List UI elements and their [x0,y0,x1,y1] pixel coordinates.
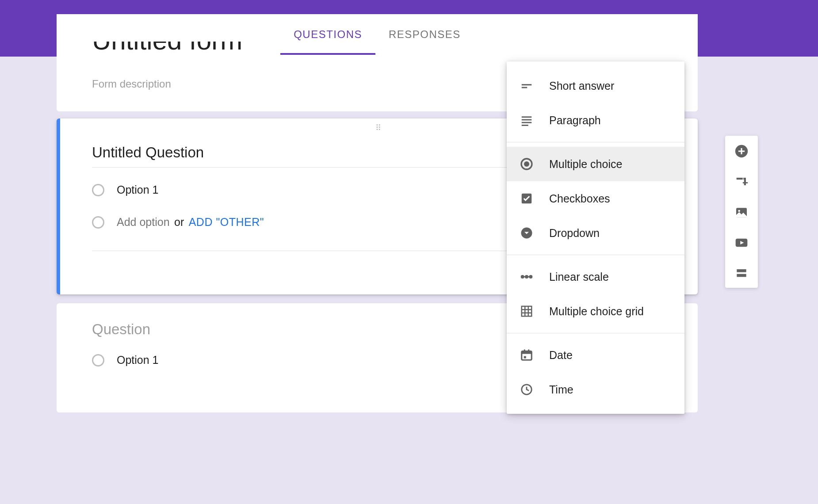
svg-point-28 [738,210,740,212]
add-question-button[interactable] [734,144,749,159]
menu-label: Short answer [549,80,614,92]
svg-rect-3 [522,116,532,118]
menu-label: Multiple choice grid [549,305,644,318]
add-other-link[interactable]: ADD "OTHER" [189,216,264,228]
option-label[interactable]: Option 1 [117,183,159,196]
side-toolbar [725,136,758,288]
drag-handle-icon[interactable]: ⠿ [375,123,383,133]
add-title-button[interactable] [734,175,749,190]
radio-icon [92,184,104,196]
menu-divider [507,142,684,142]
paragraph-icon [519,113,534,128]
menu-item-dropdown[interactable]: Dropdown [507,216,684,250]
svg-point-8 [524,161,529,167]
tab-questions[interactable]: QUESTIONS [280,14,375,55]
svg-rect-21 [522,351,532,354]
question-type-menu: Short answer Paragraph Multiple choice C… [507,61,684,414]
dropdown-icon [519,225,534,241]
tab-responses[interactable]: RESPONSES [375,14,474,55]
add-option-link[interactable]: Add option [117,216,170,228]
menu-item-multiple-choice-grid[interactable]: Multiple choice grid [507,294,684,328]
menu-item-time[interactable]: Time [507,372,684,407]
or-text: or [174,216,184,228]
add-section-button[interactable] [734,266,749,280]
menu-label: Time [549,383,573,396]
menu-item-short-answer[interactable]: Short answer [507,69,684,103]
option-label: Option 1 [117,354,159,367]
menu-item-linear-scale[interactable]: Linear scale [507,260,684,294]
menu-item-date[interactable]: Date [507,338,684,372]
svg-rect-14 [523,276,531,278]
menu-item-paragraph[interactable]: Paragraph [507,103,684,137]
form-editor: QUESTIONS RESPONSES Untitled form Form d… [57,14,698,412]
radio-icon [92,216,104,229]
calendar-icon [519,347,534,363]
menu-label: Paragraph [549,114,601,127]
checkbox-icon [519,191,534,206]
svg-rect-2 [522,87,527,88]
svg-rect-6 [522,125,528,126]
radio-icon [92,354,104,367]
menu-label: Linear scale [549,271,609,283]
svg-rect-23 [528,350,529,352]
clock-icon [519,382,534,397]
menu-divider [507,255,684,255]
svg-rect-24 [524,356,526,359]
svg-rect-4 [522,119,532,121]
grid-icon [519,304,534,319]
linear-scale-icon [519,269,534,284]
svg-rect-15 [522,306,532,317]
menu-divider [507,333,684,333]
menu-item-checkboxes[interactable]: Checkboxes [507,181,684,216]
menu-label: Date [549,349,573,362]
svg-rect-5 [522,122,532,123]
svg-rect-31 [737,274,746,277]
svg-rect-1 [522,84,532,85]
menu-label: Dropdown [549,227,600,240]
add-video-button[interactable] [734,236,749,250]
short-answer-icon [519,78,534,93]
menu-label: Multiple choice [549,158,622,171]
menu-label: Checkboxes [549,192,610,205]
menu-item-multiple-choice[interactable]: Multiple choice [507,147,684,181]
radio-selected-icon [519,157,534,172]
add-image-button[interactable] [734,206,749,220]
svg-rect-30 [737,269,746,272]
svg-rect-22 [524,350,525,352]
